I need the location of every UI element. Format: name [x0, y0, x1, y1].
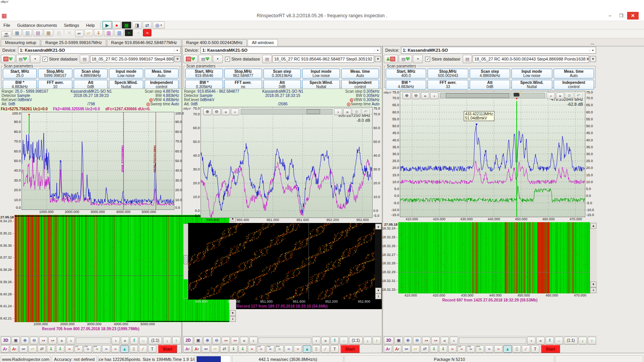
histogram-button[interactable]: ▥ — [114, 29, 124, 36]
zoom-in-button[interactable]: ⊕ — [203, 337, 212, 344]
record-file-field[interactable]: 18_05_27 RC 919.85646-962.584877 Step0.3… — [273, 56, 374, 63]
scale-1-1-button[interactable]: (1:1) — [564, 337, 578, 344]
scan-param-0[interactable]: Start, MHz25.0 — [3, 69, 37, 79]
fit-horizontal-button[interactable]: ⇔ — [340, 337, 348, 344]
open-folder-button[interactable]: ▱ — [28, 345, 37, 353]
page-last-button[interactable]: » — [343, 108, 352, 115]
trace-style-2-button[interactable]: ≈▾ — [231, 337, 239, 344]
spectrum-plot[interactable]: ▼4008.325595MHz5275.756261MHz — [21, 112, 174, 210]
device-options-dropdown[interactable]: ▼ — [213, 55, 223, 63]
clear-trace-button[interactable]: ▯ — [312, 345, 320, 353]
page-first-button[interactable]: « — [222, 108, 230, 115]
trace-max-button[interactable]: max≈ — [266, 345, 274, 353]
start-button[interactable]: Start — [158, 345, 177, 353]
transfer-button[interactable]: ⇄ — [38, 345, 46, 353]
close-file-button[interactable]: ✕ — [174, 56, 181, 62]
scan-param-4[interactable]: Meas. timeAuto — [341, 69, 379, 79]
spectrum-plot[interactable]: 433.422113MHz51.04dBmkV▼▼479.202849 MHz-… — [400, 91, 585, 217]
zoom-in-button[interactable]: ⊕ — [203, 108, 212, 115]
font-color-1-button[interactable]: A▾ — [183, 345, 192, 353]
save-trace-2-button[interactable]: ⇓ — [238, 345, 247, 353]
device-options-dropdown[interactable]: ▼ — [30, 55, 40, 63]
table-button[interactable]: ▦ — [44, 29, 53, 36]
record-device-button[interactable]: Ψ — [1, 55, 15, 63]
zoom-out-button[interactable]: ⊖ — [30, 337, 38, 344]
chevron-down-icon[interactable]: ▼ — [174, 49, 180, 52]
screen-config-button[interactable]: ▣ — [194, 337, 202, 344]
trace-current-button[interactable]: curr≈ — [457, 345, 466, 353]
font-color-2-button[interactable]: A▾ — [192, 345, 201, 353]
waterfall-scrollbar[interactable]: ▲▼⇓ — [375, 223, 382, 300]
traces-all-button[interactable]: ≈ — [485, 345, 493, 353]
display-mode-button[interactable]: 2D — [183, 337, 193, 344]
trace-current-button[interactable]: curr≈ — [74, 345, 83, 353]
fill-mode-button[interactable]: ▲ — [303, 345, 311, 353]
scan-param-2[interactable]: Scan step4.88699kHz — [470, 69, 510, 79]
keyboard-antenna-button[interactable]: ▤Ψ — [199, 55, 212, 63]
zoom-out-button[interactable]: ⊖ — [412, 92, 420, 99]
page-first-button[interactable]: « — [58, 337, 66, 344]
keyboard-antenna-button[interactable]: ▤Ψ — [16, 55, 30, 63]
menu-item-help[interactable]: Help — [82, 22, 98, 28]
scroll-down-button[interactable]: ▼ — [230, 310, 236, 316]
trace-style-1-button[interactable]: ≈▾ — [422, 337, 430, 344]
shift-up-button[interactable]: ↑ — [172, 337, 181, 344]
chevron-down-icon[interactable]: ▼ — [375, 49, 381, 52]
record-device-button[interactable]: ⇊ — [384, 55, 398, 63]
font-color-1-button[interactable]: A▾ — [1, 345, 9, 353]
font-color-1-button[interactable]: A▾ — [384, 345, 392, 353]
save-trace-2-button[interactable]: ⇓ — [439, 345, 447, 353]
store-database-checkbox[interactable]: ✓ Store datadase — [425, 57, 460, 62]
step-forward-button[interactable]: › — [527, 337, 536, 344]
wave-button[interactable]: ≈ — [143, 29, 151, 36]
step-back-button[interactable]: ‹ — [430, 92, 439, 99]
page-last-button[interactable]: » — [321, 337, 330, 344]
trace-style-1-button[interactable]: ≈▾ — [39, 337, 48, 344]
start-button[interactable]: Start — [541, 345, 560, 353]
device-select[interactable]: 1: KassandraMK21-SO ▼ — [18, 47, 181, 54]
close-file-button[interactable]: ✕ — [375, 56, 381, 62]
scan-param-3[interactable]: Input modeLow noise — [302, 69, 340, 79]
file-info-button[interactable]: ▤ — [463, 55, 472, 63]
display-mode-button[interactable]: 3D — [1, 337, 11, 344]
tab-2[interactable]: Range 919.85646-962.584877MHz — [107, 39, 181, 46]
close-file-button[interactable]: ✕ — [590, 56, 596, 62]
screen-config-button[interactable]: ▣ — [394, 337, 403, 344]
database-3d-button[interactable]: ▤ — [33, 29, 43, 36]
minimize-button[interactable]: – — [604, 12, 616, 20]
threshold-button[interactable]: ≈ — [294, 345, 302, 353]
scan-param-8[interactable]: Spectr.Wind.Nuttal — [511, 80, 552, 90]
open-folder-button[interactable]: ▱ — [411, 345, 420, 353]
fit-vertical-button[interactable]: ⇕ — [545, 337, 554, 344]
threshold-button[interactable]: ≈ — [494, 345, 503, 353]
waterfall-display[interactable] — [188, 223, 375, 300]
chart-hscroll[interactable] — [241, 109, 332, 115]
trace-live-button[interactable]: ≈ — [448, 345, 457, 353]
trace-average-button[interactable]: aver≈ — [476, 345, 484, 353]
clear-trace-button[interactable]: ▯ — [130, 345, 138, 353]
trace-style-2-button[interactable]: ≈▾ — [431, 337, 440, 344]
scan-param-1[interactable]: Stop,MHz500.002443 — [427, 69, 468, 79]
display-mode-button[interactable]: 3D — [384, 337, 394, 344]
step-back-button[interactable]: ‹ — [231, 108, 239, 115]
screen-capture-sound-button[interactable]: ◨ — [132, 21, 142, 29]
trace-average-button[interactable]: aver≈ — [93, 345, 101, 353]
scan-param-4[interactable]: Meas. timeAuto — [554, 69, 594, 79]
file-info-button[interactable]: ▤ — [262, 55, 271, 63]
hscroll-track[interactable] — [459, 337, 526, 344]
edit-mask-button[interactable]: ∕ — [139, 345, 147, 353]
zoom-out-button[interactable]: ⊖ — [413, 337, 421, 344]
chart-hscroll[interactable] — [440, 93, 545, 98]
save-trace-1-button[interactable]: ⇓ — [229, 345, 238, 353]
scroll-down-button[interactable]: ▼ — [375, 288, 381, 293]
scale-1-1-button[interactable]: (1:1) — [148, 337, 162, 344]
fit-vertical-button[interactable]: ⇕ — [330, 337, 339, 344]
fit-vertical-button[interactable]: ⇕ — [130, 337, 138, 344]
save-trace-1-button[interactable]: ⇓ — [47, 345, 55, 353]
page-first-button[interactable]: « — [240, 337, 248, 344]
text-tool-button[interactable]: T — [330, 345, 339, 353]
save-trace-2-button[interactable]: ⇓ — [56, 345, 64, 353]
zoom-in-button[interactable]: ⊕ — [21, 337, 29, 344]
transfer-button[interactable]: ⇄ — [220, 345, 228, 353]
trace-style-1-button[interactable]: ≈▾ — [222, 337, 230, 344]
